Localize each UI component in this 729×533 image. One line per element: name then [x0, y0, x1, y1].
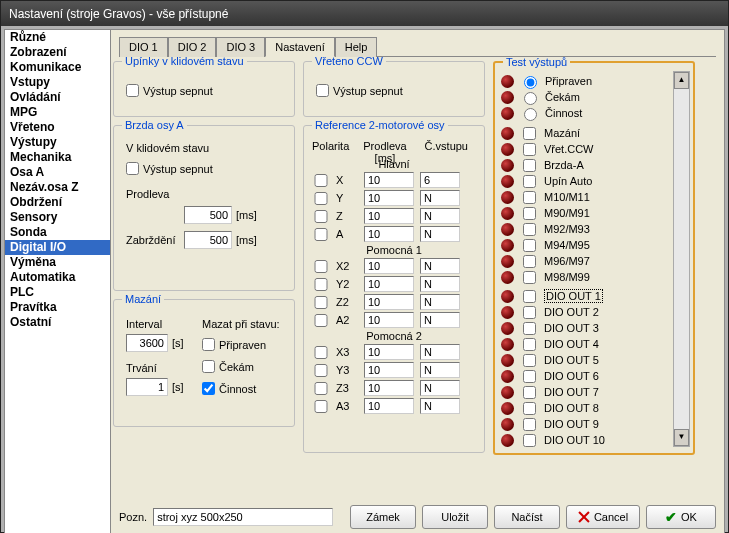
cb-axis-z[interactable] — [312, 210, 330, 223]
input-axis-a2-cvstup[interactable] — [420, 312, 460, 328]
sidebar-item-v-m-na[interactable]: Výměna — [5, 255, 110, 270]
input-axis-a3-cvstup[interactable] — [420, 398, 460, 414]
scroll-up-icon[interactable]: ▲ — [674, 72, 689, 89]
input-brzda-zabrzdeni[interactable] — [184, 231, 232, 249]
cb-axis-x2[interactable] — [312, 260, 330, 273]
cb-axis-y[interactable] — [312, 192, 330, 205]
cb-out-m94-m95[interactable] — [523, 239, 536, 252]
input-axis-a2-delay[interactable] — [364, 312, 414, 328]
input-axis-x2-cvstup[interactable] — [420, 258, 460, 274]
cb-brzda-vystup-sepnut[interactable]: Výstup sepnut — [126, 162, 213, 175]
cb-axis-x3[interactable] — [312, 346, 330, 359]
sidebar-item-digital-i-o[interactable]: Digital I/O — [5, 240, 110, 255]
input-axis-z-delay[interactable] — [364, 208, 414, 224]
cb-axis-y2[interactable] — [312, 278, 330, 291]
radio-out--innost[interactable] — [524, 108, 537, 121]
cb-out-m96-m97[interactable] — [523, 255, 536, 268]
sidebar-item-v-eteno[interactable]: Vřeteno — [5, 120, 110, 135]
cb-out-dio-out-5[interactable] — [523, 354, 536, 367]
input-axis-x3-cvstup[interactable] — [420, 344, 460, 360]
cb-out-brzda-a[interactable] — [523, 159, 536, 172]
scrollbar[interactable]: ▲ ▼ — [673, 71, 690, 447]
cb-axis-a2[interactable] — [312, 314, 330, 327]
input-mazani-interval[interactable] — [126, 334, 168, 352]
input-axis-a3-delay[interactable] — [364, 398, 414, 414]
input-axis-z3-delay[interactable] — [364, 380, 414, 396]
sidebar-item-mechanika[interactable]: Mechanika — [5, 150, 110, 165]
cb-out-dio-out-8[interactable] — [523, 402, 536, 415]
tab-nastavení[interactable]: Nastavení — [265, 37, 335, 57]
cb-out-dio-out-10[interactable] — [523, 434, 536, 447]
btn-ok[interactable]: ✔OK — [646, 505, 716, 529]
cb-out-m10-m11[interactable] — [523, 191, 536, 204]
sidebar-item-ostatn-[interactable]: Ostatní — [5, 315, 110, 330]
input-axis-x2-delay[interactable] — [364, 258, 414, 274]
sidebar-item-sonda[interactable]: Sonda — [5, 225, 110, 240]
sidebar-item-komunikace[interactable]: Komunikace — [5, 60, 110, 75]
cb-out-m92-m93[interactable] — [523, 223, 536, 236]
input-axis-z-cvstup[interactable] — [420, 208, 460, 224]
cb-out-dio-out-7[interactable] — [523, 386, 536, 399]
cb-mazat-pripraven[interactable]: Připraven — [202, 338, 266, 351]
input-axis-z2-cvstup[interactable] — [420, 294, 460, 310]
input-axis-x-cvstup[interactable] — [420, 172, 460, 188]
sidebar-item-v-stupy[interactable]: Výstupy — [5, 135, 110, 150]
btn-cancel[interactable]: Cancel — [566, 505, 640, 529]
sidebar-item-ovl-d-n-[interactable]: Ovládání — [5, 90, 110, 105]
sidebar-item-mpg[interactable]: MPG — [5, 105, 110, 120]
btn-ulozit[interactable]: Uložit — [422, 505, 488, 529]
input-brzda-prodleva[interactable] — [184, 206, 232, 224]
input-axis-z3-cvstup[interactable] — [420, 380, 460, 396]
sidebar-item-automatika[interactable]: Automatika — [5, 270, 110, 285]
cb-axis-x[interactable] — [312, 174, 330, 187]
input-pozn[interactable] — [153, 508, 333, 526]
cb-mazat-cinnost[interactable]: Činnost — [202, 382, 256, 395]
input-axis-y2-delay[interactable] — [364, 276, 414, 292]
sidebar-item-obdr-en-[interactable]: Obdržení — [5, 195, 110, 210]
cb-out-dio-out-4[interactable] — [523, 338, 536, 351]
sidebar-item-nez-v-osa-z[interactable]: Nezáv.osa Z — [5, 180, 110, 195]
cb-mazat-cekam[interactable]: Čekám — [202, 360, 254, 373]
sidebar-item-osa-a[interactable]: Osa A — [5, 165, 110, 180]
radio-out--ek-m[interactable] — [524, 92, 537, 105]
input-mazani-trvani[interactable] — [126, 378, 168, 396]
cb-upinky-vystup-sepnut[interactable]: Výstup sepnut — [126, 84, 213, 97]
input-axis-y3-cvstup[interactable] — [420, 362, 460, 378]
cb-out-dio-out-3[interactable] — [523, 322, 536, 335]
input-axis-y3-delay[interactable] — [364, 362, 414, 378]
cb-out-dio-out-6[interactable] — [523, 370, 536, 383]
cb-axis-y3[interactable] — [312, 364, 330, 377]
input-axis-a-delay[interactable] — [364, 226, 414, 242]
sidebar-item-vstupy[interactable]: Vstupy — [5, 75, 110, 90]
cb-out-m90-m91[interactable] — [523, 207, 536, 220]
sidebar-item-zobrazen-[interactable]: Zobrazení — [5, 45, 110, 60]
cb-out-m98-m99[interactable] — [523, 271, 536, 284]
tab-dio-2[interactable]: DIO 2 — [168, 37, 217, 57]
input-axis-y-delay[interactable] — [364, 190, 414, 206]
input-axis-x3-delay[interactable] — [364, 344, 414, 360]
cb-out-v-et-ccw[interactable] — [523, 143, 536, 156]
tab-dio-3[interactable]: DIO 3 — [216, 37, 265, 57]
tab-help[interactable]: Help — [335, 37, 378, 57]
input-axis-a-cvstup[interactable] — [420, 226, 460, 242]
scroll-down-icon[interactable]: ▼ — [674, 429, 689, 446]
sidebar-item-sensory[interactable]: Sensory — [5, 210, 110, 225]
cb-out-dio-out-2[interactable] — [523, 306, 536, 319]
input-axis-x-delay[interactable] — [364, 172, 414, 188]
tab-dio-1[interactable]: DIO 1 — [119, 37, 168, 57]
cb-out-up-n-auto[interactable] — [523, 175, 536, 188]
btn-zamek[interactable]: Zámek — [350, 505, 416, 529]
btn-nacist[interactable]: Načíst — [494, 505, 560, 529]
cb-vreteno-vystup-sepnut[interactable]: Výstup sepnut — [316, 84, 403, 97]
input-axis-z2-delay[interactable] — [364, 294, 414, 310]
cb-axis-a[interactable] — [312, 228, 330, 241]
input-axis-y-cvstup[interactable] — [420, 190, 460, 206]
sidebar-item-prav-tka[interactable]: Pravítka — [5, 300, 110, 315]
cb-out-maz-n-[interactable] — [523, 127, 536, 140]
radio-out-p-ipraven[interactable] — [524, 76, 537, 89]
cb-axis-a3[interactable] — [312, 400, 330, 413]
cb-out-dio-out-9[interactable] — [523, 418, 536, 431]
sidebar-item-r-zn-[interactable]: Různé — [5, 30, 110, 45]
cb-out-dio-out-1[interactable] — [523, 290, 536, 303]
cb-axis-z2[interactable] — [312, 296, 330, 309]
